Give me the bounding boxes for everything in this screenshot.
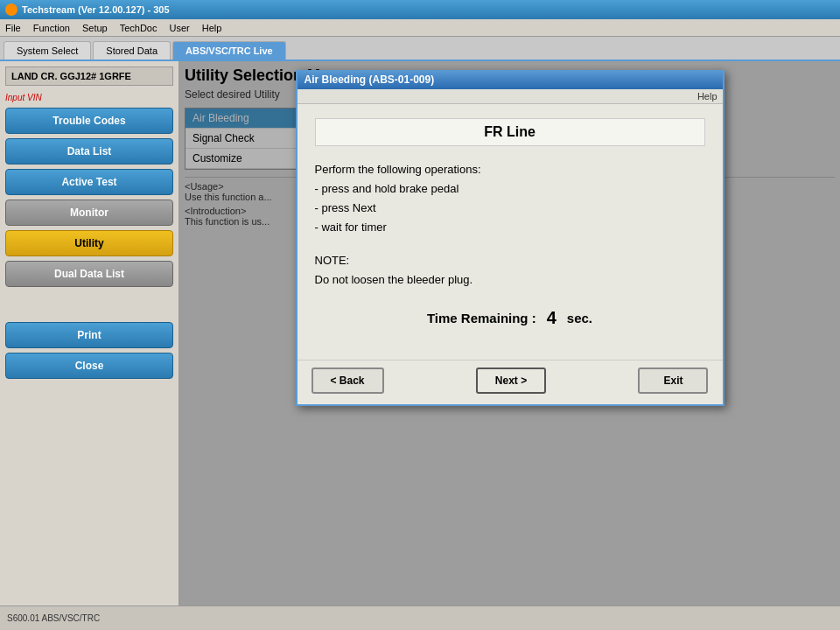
back-button[interactable]: < Back <box>312 368 384 394</box>
timer-label: Time Remaining : <box>427 311 536 326</box>
data-list-button[interactable]: Data List <box>5 138 173 164</box>
tab-system-select[interactable]: System Select <box>4 41 91 60</box>
status-text: S600.01 ABS/VSC/TRC <box>7 613 100 623</box>
dual-data-list-button[interactable]: Dual Data List <box>5 261 173 287</box>
main-layout: LAND CR. GGJ12# 1GRFE Input VIN Trouble … <box>0 61 840 606</box>
instruction-2: - press Next <box>315 199 705 218</box>
note-text: Do not loosen the bleeder plug. <box>315 270 705 290</box>
instructions-header: Perform the following operations: <box>315 160 705 179</box>
modal-help-label[interactable]: Help <box>697 91 718 102</box>
sidebar: LAND CR. GGJ12# 1GRFE Input VIN Trouble … <box>0 61 179 606</box>
next-button[interactable]: Next > <box>476 368 546 394</box>
modal-line-title: FR Line <box>315 118 705 146</box>
modal-footer: < Back Next > Exit <box>298 360 723 404</box>
active-test-button[interactable]: Active Test <box>5 169 173 195</box>
app-title: Techstream (Ver 12.00.127) - 305 <box>22 4 170 15</box>
modal-timer: Time Remaining : 4 sec. <box>315 308 705 328</box>
menu-file[interactable]: File <box>5 23 21 33</box>
input-vin-label: Input VIN <box>5 93 173 102</box>
instruction-3: - wait for timer <box>315 218 705 237</box>
content-area: Utility Selection Menu Select desired Ut… <box>179 61 840 606</box>
timer-unit: sec. <box>567 311 592 326</box>
tab-abs-live[interactable]: ABS/VSC/TRC Live <box>172 41 286 60</box>
modal-instructions: Perform the following operations: - pres… <box>315 160 705 237</box>
trouble-codes-button[interactable]: Trouble Codes <box>5 108 173 134</box>
exit-button[interactable]: Exit <box>638 368 708 394</box>
modal-help-row: Help <box>298 89 723 104</box>
modal-note: NOTE: Do not loosen the bleeder plug. <box>315 251 705 290</box>
monitor-button[interactable]: Monitor <box>5 200 173 226</box>
instruction-1: - press and hold brake pedal <box>315 179 705 199</box>
menu-user[interactable]: User <box>169 23 189 33</box>
tab-stored-data[interactable]: Stored Data <box>93 41 171 60</box>
tab-bar: System Select Stored Data ABS/VSC/TRC Li… <box>0 37 840 61</box>
close-button[interactable]: Close <box>5 353 173 379</box>
menu-techdoc[interactable]: TechDoc <box>120 23 158 33</box>
status-bar: S600.01 ABS/VSC/TRC <box>0 606 840 630</box>
print-button[interactable]: Print <box>5 322 173 348</box>
timer-value: 4 <box>547 308 556 328</box>
menu-setup[interactable]: Setup <box>82 23 108 33</box>
modal-body: FR Line Perform the following operations… <box>298 104 723 360</box>
utility-button[interactable]: Utility <box>5 230 173 256</box>
app-icon <box>5 4 18 16</box>
vehicle-info: LAND CR. GGJ12# 1GRFE <box>5 66 173 86</box>
modal-title-bar: Air Bleeding (ABS-01-009) <box>298 70 723 89</box>
menu-help[interactable]: Help <box>202 23 222 33</box>
note-header: NOTE: <box>315 251 705 270</box>
menu-bar: File Function Setup TechDoc User Help <box>0 19 840 37</box>
modal-title: Air Bleeding (ABS-01-009) <box>304 74 435 86</box>
modal-overlay: Air Bleeding (ABS-01-009) Help FR Line P… <box>179 61 840 606</box>
air-bleeding-modal: Air Bleeding (ABS-01-009) Help FR Line P… <box>296 70 724 406</box>
menu-function[interactable]: Function <box>33 23 70 33</box>
title-bar: Techstream (Ver 12.00.127) - 305 <box>0 0 840 19</box>
